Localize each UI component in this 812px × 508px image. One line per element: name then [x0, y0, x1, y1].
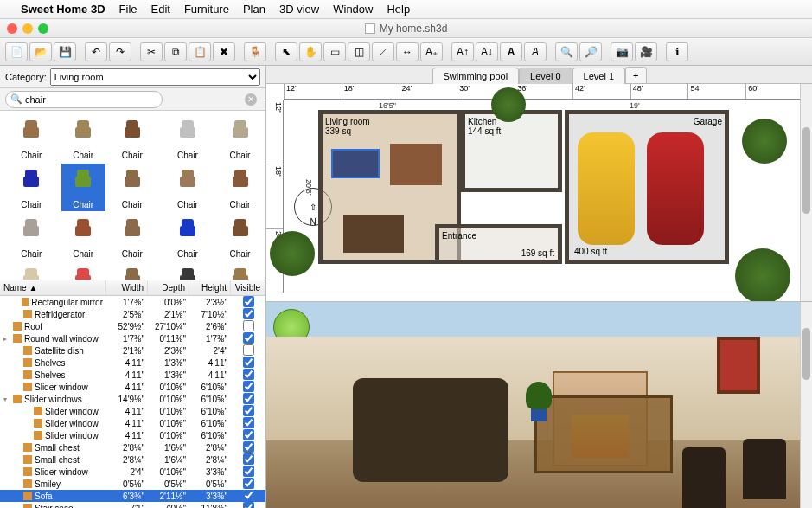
furniture-tree[interactable]	[270, 231, 315, 276]
catalog-item[interactable]: Modern arm...	[159, 262, 216, 280]
furniture-rug[interactable]	[390, 144, 442, 185]
copy-button[interactable]: ⧉	[164, 42, 187, 61]
catalog-item[interactable]: Chair	[61, 114, 105, 162]
furniture-dining-table[interactable]	[343, 215, 404, 253]
catalog-item[interactable]: Chair	[3, 213, 60, 260]
col-depth[interactable]: Depth	[148, 280, 189, 295]
furniture-table[interactable]: Name ▲ Width Depth Height Visible Rectan…	[0, 280, 265, 508]
category-select[interactable]: Living room	[50, 68, 260, 86]
text-tool[interactable]: A₊	[420, 42, 443, 61]
furniture-tree[interactable]	[742, 119, 787, 164]
plan-scrollbar[interactable]	[800, 84, 812, 301]
new-button[interactable]: 📄	[5, 42, 28, 61]
catalog-item[interactable]: Chair	[159, 114, 216, 162]
menu-window[interactable]: Window	[333, 3, 373, 16]
menu-3dview[interactable]: 3D view	[279, 3, 319, 16]
catalog-item[interactable]: Child chair	[61, 262, 105, 280]
app-name[interactable]: Sweet Home 3D	[21, 3, 105, 16]
cut-button[interactable]: ✂	[140, 42, 163, 61]
col-visible[interactable]: Visible	[231, 280, 265, 295]
help-button[interactable]: ℹ	[666, 42, 688, 61]
open-button[interactable]: 📂	[29, 42, 52, 61]
room-entrance[interactable]: Entrance 169 sq ft	[435, 224, 562, 264]
zoom-icon[interactable]	[38, 23, 48, 34]
paste-button[interactable]: 📋	[189, 42, 211, 61]
tab-swimming-pool[interactable]: Swimming pool	[432, 68, 520, 84]
visible-checkbox[interactable]	[243, 393, 254, 404]
catalog-item[interactable]: Chair	[159, 164, 216, 211]
menu-file[interactable]: File	[119, 3, 137, 16]
room-kitchen[interactable]: Kitchen 144 sq ft	[461, 110, 562, 192]
table-row[interactable]: Slider window 4'11"0'10⅝"6'10⅝"	[0, 405, 265, 417]
3d-scrollbar[interactable]	[800, 302, 812, 508]
catalog-item[interactable]: Chair	[3, 164, 60, 211]
undo-button[interactable]: ↶	[85, 42, 107, 61]
table-row[interactable]: Slider window 4'11"0'10⅝"6'10⅝"	[0, 381, 265, 393]
table-row[interactable]: Shelves 4'11"1'3⅜"4'11"	[0, 369, 265, 381]
add-furniture-button[interactable]: 🪑	[244, 42, 266, 61]
visible-checkbox[interactable]	[243, 369, 254, 380]
delete-button[interactable]: ✖	[213, 42, 235, 61]
furniture-car-red[interactable]	[647, 132, 704, 245]
table-row[interactable]: Small chest 2'8¼"1'6¼"2'8¼"	[0, 441, 265, 453]
room-tool[interactable]: ◫	[348, 42, 370, 61]
save-button[interactable]: 💾	[54, 42, 76, 61]
col-name[interactable]: Name ▲	[0, 280, 106, 295]
select-tool[interactable]: ⬉	[275, 42, 297, 61]
table-row[interactable]: Slider window 2'4"0'10⅝"3'3⅜"	[0, 466, 265, 478]
menu-help[interactable]: Help	[387, 3, 410, 16]
polyline-tool[interactable]: ⟋	[372, 42, 394, 61]
tab-level-1[interactable]: Level 1	[572, 68, 625, 84]
text-size-up-button[interactable]: A↑	[451, 42, 474, 61]
italic-button[interactable]: A	[524, 42, 547, 61]
visible-checkbox[interactable]	[243, 490, 254, 501]
catalog-item[interactable]: Chair	[3, 114, 60, 162]
dimension-tool[interactable]: ↔	[396, 42, 419, 61]
table-row[interactable]: Sofa 6'3¾"2'11½"3'3⅜"	[0, 490, 265, 502]
catalog-item[interactable]: Chair	[107, 114, 157, 162]
table-row[interactable]: Smiley 0'5⅛"0'5⅛"0'5⅛"	[0, 478, 265, 490]
table-row[interactable]: ▸Round wall window 1'7⅜"0'11⅜"1'7⅜"	[0, 332, 265, 344]
catalog-item[interactable]: Oak chair	[218, 262, 262, 280]
visible-checkbox[interactable]	[243, 466, 254, 477]
visible-checkbox[interactable]	[243, 405, 254, 416]
furniture-car-yellow[interactable]	[578, 132, 635, 245]
table-row[interactable]: Refridgerator 2'5⅜"2'1⅛"7'10½"	[0, 308, 265, 320]
redo-button[interactable]: ↷	[109, 42, 131, 61]
photo-button[interactable]: 📷	[611, 42, 633, 61]
visible-checkbox[interactable]	[243, 320, 254, 331]
catalog-item[interactable]: Chair	[218, 114, 262, 162]
table-row[interactable]: Slider window 4'11"0'10⅝"6'10⅝"	[0, 417, 265, 429]
table-row[interactable]: Small chest 2'8¼"1'6¼"2'8¼"	[0, 453, 265, 466]
furniture-sofa-selected[interactable]	[331, 149, 380, 178]
minimize-icon[interactable]	[22, 23, 33, 34]
visible-checkbox[interactable]	[243, 441, 254, 453]
table-row[interactable]: Rectangular mirror 1'7⅜"0'0⅜"2'3½"	[0, 296, 265, 308]
video-button[interactable]: 🎥	[635, 42, 657, 61]
table-row[interactable]: Shelves 4'11"1'3⅜"4'11"	[0, 357, 265, 369]
visible-checkbox[interactable]	[243, 332, 254, 344]
table-row[interactable]: Roof 52'9½"27'10¼"2'6⅜"	[0, 320, 265, 332]
furniture-tree[interactable]	[735, 248, 790, 302]
catalog-item[interactable]: Chair with c...	[3, 262, 60, 280]
table-row[interactable]: Slider window 4'11"0'10⅝"6'10⅝"	[0, 429, 265, 441]
furniture-catalog[interactable]: ChairChairChairChairChairChairChairChair…	[0, 111, 265, 280]
visible-checkbox[interactable]	[243, 502, 254, 509]
catalog-item[interactable]: Chair	[61, 164, 105, 211]
pan-tool[interactable]: ✋	[299, 42, 322, 61]
zoom-in-button[interactable]: 🔍	[555, 42, 578, 61]
tab-level-0[interactable]: Level 0	[519, 68, 572, 84]
visible-checkbox[interactable]	[243, 381, 254, 392]
catalog-item[interactable]: Chair	[107, 213, 157, 260]
visible-checkbox[interactable]	[243, 357, 254, 368]
visible-checkbox[interactable]	[243, 429, 254, 440]
table-row[interactable]: Satellite dish 2'1⅜"2'3⅜"2'4"	[0, 344, 265, 357]
catalog-item[interactable]: Chair	[218, 213, 262, 260]
clear-search-icon[interactable]: ✕	[245, 93, 257, 106]
visible-checkbox[interactable]	[243, 296, 254, 307]
table-row[interactable]: ▾Slider windows 14'9⅛"0'10⅝"6'10⅝"	[0, 393, 265, 405]
visible-checkbox[interactable]	[243, 478, 254, 489]
tab-add-button[interactable]: +	[625, 67, 646, 83]
col-height[interactable]: Height	[189, 280, 231, 295]
zoom-out-button[interactable]: 🔎	[579, 42, 602, 61]
